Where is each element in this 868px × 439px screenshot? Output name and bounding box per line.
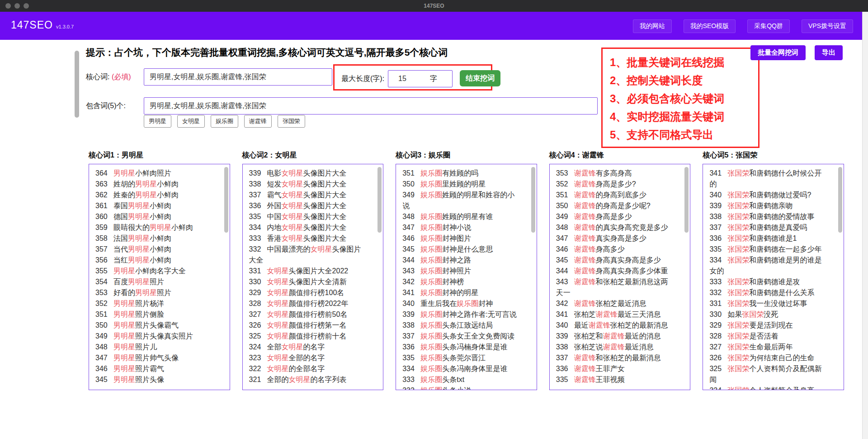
nav-button-4[interactable]: VPS拨号设置 xyxy=(802,19,853,33)
keyword-core: 娱乐圈 xyxy=(420,180,442,188)
keyword-core: 女明星 xyxy=(282,191,303,199)
row-number: 340 xyxy=(556,320,570,331)
row-number: 350 xyxy=(556,200,570,211)
row-number: 348 xyxy=(556,222,570,233)
keyword-row: 348谢霆锋的真实身高究竟是多少 xyxy=(556,222,674,233)
tag-chip-2[interactable]: 女明星 xyxy=(177,115,205,128)
row-number: 324 xyxy=(249,342,263,353)
row-number: 333 xyxy=(249,233,263,244)
keyword-row: 332娱乐圈头条小说 xyxy=(402,385,520,390)
keyword-core: 娱乐圈 xyxy=(420,191,442,199)
keyword-core: 谢霆锋 xyxy=(603,343,625,351)
core-word-input[interactable] xyxy=(144,68,332,86)
keyword-core: 娱乐圈 xyxy=(420,267,442,275)
keyword-listbox[interactable]: 364男明星小鲜肉照片363姓胡的男明星小鲜肉362姓秦的男明星小鲜肉361泰国… xyxy=(89,164,230,390)
keyword-row: 331女明星头像图片大全2022 xyxy=(249,266,367,277)
keyword-core: 女明星 xyxy=(267,278,289,286)
keyword-listbox[interactable]: 339电影女明星头像图片大全338短发女明星头像图片大全337霸气女明星头像图片… xyxy=(242,164,384,390)
keyword-listbox[interactable]: 353谢霆锋有多高身高352谢霆锋身高是多少?351谢霆锋的身高到底多少350谢… xyxy=(549,164,691,390)
row-number: 321 xyxy=(249,374,263,385)
row-number: 339 xyxy=(249,168,263,179)
tag-chip-4[interactable]: 谢霆锋 xyxy=(244,115,272,128)
keyword-row: 344娱乐圈封神之路 xyxy=(402,255,520,266)
row-number: 362 xyxy=(95,190,109,200)
keyword-row: 325女明星颜值排行榜前十名 xyxy=(249,331,367,342)
tag-chip-3[interactable]: 娱乐圈 xyxy=(211,115,238,128)
keyword-core: 娱乐圈 xyxy=(420,169,442,177)
row-number: 341 xyxy=(556,309,570,320)
keyword-row: 321全部的女明星的名字列表 xyxy=(249,374,367,385)
row-number: 342 xyxy=(402,277,416,287)
keyword-row: 352谢霆锋身高是多少? xyxy=(556,179,674,190)
keyword-core: 谢霆锋 xyxy=(574,202,596,210)
keyword-core: 张国荣 xyxy=(727,191,749,199)
keyword-row: 327女明星颜值排行榜前50名 xyxy=(249,309,367,320)
keyword-row: 345男明星照片头像 xyxy=(95,374,213,385)
row-number: 334 xyxy=(709,255,723,266)
keyword-column-3: 核心词3：娱乐圈351娱乐圈有姓顾的吗350娱乐圈里姓顾的明星349娱乐圈姓顾的… xyxy=(396,151,537,390)
keyword-listbox[interactable]: 351娱乐圈有姓顾的吗350娱乐圈里姓顾的明星349娱乐圈姓顾的明星和姓容的小说… xyxy=(396,164,537,390)
annotation-line: 4、实时挖掘流量关键词 xyxy=(610,108,758,126)
row-number: 347 xyxy=(556,233,570,244)
keyword-row: 338短发女明星头像图片大全 xyxy=(249,179,367,190)
tag-chip-1[interactable]: 男明星 xyxy=(144,115,171,128)
stop-dig-button[interactable]: 结束挖词 xyxy=(460,70,500,86)
keyword-core: 谢霆锋 xyxy=(574,256,596,264)
include-input[interactable] xyxy=(144,97,598,115)
app-version: v1.3.0.7 xyxy=(56,24,74,29)
tag-chip-5[interactable]: 张国荣 xyxy=(278,115,305,128)
keyword-core: 男明星 xyxy=(113,321,135,329)
keyword-core: 谢霆锋 xyxy=(574,300,596,307)
keyword-row: 334娱乐圈头条冯南身体里是谁 xyxy=(402,363,520,374)
keyword-row: 341张柏芝谢霆锋最近三天消息 xyxy=(556,309,674,320)
keyword-row: 361泰国男明星小鲜肉 xyxy=(95,200,213,211)
window-scrollbar-gutter[interactable] xyxy=(862,12,868,439)
keyword-row: 333张国荣和唐鹤德谁是攻 xyxy=(709,277,827,287)
nav-button-3[interactable]: 采集QQ群 xyxy=(747,19,790,33)
keyword-core: 男明星 xyxy=(128,213,150,220)
row-number: 345 xyxy=(556,255,570,266)
keyword-core: 谢霆锋 xyxy=(574,245,596,253)
keyword-row: 357当代男明星小鲜肉 xyxy=(95,244,213,255)
keyword-row: 340重生后我在娱乐圈封神 xyxy=(402,298,520,309)
listbox-scrollbar-thumb[interactable] xyxy=(224,167,228,233)
keyword-row: 347谢霆锋真实身高是多少 xyxy=(556,233,674,244)
keyword-row: 337霸气女明星头像图片大全 xyxy=(249,190,367,200)
keyword-core: 男明星 xyxy=(128,256,150,264)
keyword-listbox[interactable]: 341张国荣和唐鹤德什么时候公开的340张国荣和唐鹤德做过爱吗?339张国荣和唐… xyxy=(703,164,844,390)
listbox-scrollbar-thumb[interactable] xyxy=(531,167,535,233)
listbox-scrollbar-thumb[interactable] xyxy=(684,167,689,233)
keyword-row: 341张国荣和唐鹤德什么时候公开的 xyxy=(709,168,827,190)
row-number: 332 xyxy=(709,287,723,298)
keyword-core: 男明星 xyxy=(113,376,135,383)
row-number: 349 xyxy=(95,331,109,342)
column-header: 核心词2：女明星 xyxy=(242,151,384,160)
export-button[interactable]: 导出 xyxy=(815,45,843,60)
listbox-scrollbar-thumb[interactable] xyxy=(838,167,842,233)
row-number: 364 xyxy=(95,168,109,179)
nav-button-2[interactable]: 我的SEO模版 xyxy=(684,19,736,33)
column-header: 核心词5：张国荣 xyxy=(703,151,844,160)
keyword-row: 339张柏芝和谢霆锋最近的消息 xyxy=(556,331,674,342)
keyword-row: 332张国荣和唐鹤德是什么关系 xyxy=(709,287,827,298)
maxlen-input[interactable] xyxy=(388,75,429,83)
listbox-scrollbar-thumb[interactable] xyxy=(377,167,382,233)
main-scrollbar-thumb[interactable] xyxy=(75,51,79,118)
row-number: 344 xyxy=(402,255,416,266)
tip-text: 提示：占个坑，下个版本完善批量权重词挖掘,多核心词可英文逗号,隔开最多5个核心词 xyxy=(86,46,448,59)
row-number: 347 xyxy=(95,353,109,363)
row-number: 325 xyxy=(249,331,263,342)
keyword-core: 张国荣 xyxy=(727,343,749,351)
row-number: 346 xyxy=(402,233,416,244)
nav-button-1[interactable]: 我的网站 xyxy=(633,19,672,33)
row-number: 327 xyxy=(249,309,263,320)
keyword-core: 男明星 xyxy=(128,234,150,242)
keyword-core: 女明星 xyxy=(282,180,303,188)
keyword-row: 342娱乐圈封神榜 xyxy=(402,277,520,287)
row-number: 355 xyxy=(95,266,109,277)
keyword-core: 女明星 xyxy=(267,267,289,275)
row-number: 353 xyxy=(556,168,570,179)
dig-all-button[interactable]: 批量全网挖词 xyxy=(750,45,806,60)
keyword-row: 363姓胡的男明星小鲜肉 xyxy=(95,179,213,190)
row-number: 322 xyxy=(249,363,263,374)
